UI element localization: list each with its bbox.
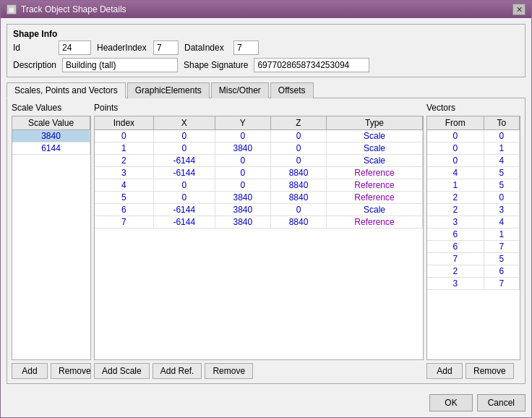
title-bar-left: ▦ Track Object Shape Details xyxy=(7,4,126,14)
header-index-label: HeaderIndex xyxy=(97,43,147,53)
points-table: IndexXYZType 0000Scale1038400Scale2-6144… xyxy=(95,116,423,229)
vectors-table: FromTo 00010445152023346167752637 xyxy=(427,116,520,290)
tab-misc-other[interactable]: Misc/Other xyxy=(211,82,269,98)
table-row[interactable]: 00 xyxy=(427,130,520,142)
points-table-container: IndexXYZType 0000Scale1038400Scale2-6144… xyxy=(94,116,424,360)
info-row-1: Id HeaderIndex DataIndex xyxy=(13,40,519,55)
table-row[interactable]: 04 xyxy=(427,155,520,167)
table-row[interactable]: 7-614438408840Reference xyxy=(95,216,423,229)
shape-sig-label: Shape Signature xyxy=(184,60,248,70)
scale-remove-button[interactable]: Remove xyxy=(51,363,91,379)
points-panel: Points IndexXYZType 0000Scale1038400Scal… xyxy=(94,103,424,379)
points-col-header: X xyxy=(153,116,215,130)
vectors-panel: Vectors FromTo 0001044515202334616775263… xyxy=(426,103,520,379)
title-bar: ▦ Track Object Shape Details ✕ xyxy=(1,1,531,18)
data-index-label: DataIndex xyxy=(184,43,228,53)
scale-value-header: Scale Value xyxy=(12,116,90,130)
vectors-col-header: To xyxy=(484,116,519,130)
scale-table: Scale Value 38406144 xyxy=(12,116,90,155)
add-scale-button[interactable]: Add Scale xyxy=(94,363,150,379)
table-row[interactable]: 6144 xyxy=(12,142,90,155)
id-input[interactable] xyxy=(59,40,91,55)
data-index-input[interactable] xyxy=(233,40,259,55)
table-row[interactable]: 75 xyxy=(427,253,520,265)
vectors-col-header: From xyxy=(427,116,484,130)
points-col-header: Z xyxy=(270,116,326,130)
window-icon: ▦ xyxy=(7,4,17,14)
info-row-2: Description Shape Signature xyxy=(13,58,519,72)
table-row[interactable]: 0000Scale xyxy=(95,130,423,142)
table-row[interactable]: 6-614438400Scale xyxy=(95,204,423,216)
vectors-remove-button[interactable]: Remove xyxy=(466,363,514,379)
table-row[interactable]: 37 xyxy=(427,278,520,290)
table-row[interactable]: 20 xyxy=(427,192,520,204)
shape-info-section: Shape Info Id HeaderIndex DataIndex Desc… xyxy=(7,24,525,77)
table-row[interactable]: 67 xyxy=(427,241,520,253)
description-label: Description xyxy=(13,60,56,70)
points-col-header: Type xyxy=(327,116,423,130)
vectors-add-button[interactable]: Add xyxy=(426,363,463,379)
points-col-header: Index xyxy=(95,116,153,130)
window-title: Track Object Shape Details xyxy=(21,4,126,14)
vectors-buttons: Add Remove xyxy=(426,363,520,379)
table-row[interactable]: 3840 xyxy=(12,130,90,142)
scale-buttons: Add Remove xyxy=(12,363,91,379)
table-row[interactable]: 5038408840Reference xyxy=(95,192,423,204)
points-label: Points xyxy=(94,103,424,113)
scale-values-label: Scale Values xyxy=(12,103,91,113)
scale-table-container: Scale Value 38406144 xyxy=(12,116,91,360)
bottom-bar: OK Cancel xyxy=(1,390,531,417)
points-buttons: Add Scale Add Ref. Remove xyxy=(94,363,424,379)
vectors-table-container: FromTo 00010445152023346167752637 xyxy=(426,116,520,360)
header-index-input[interactable] xyxy=(153,40,179,55)
table-row[interactable]: 15 xyxy=(427,179,520,192)
ok-button[interactable]: OK xyxy=(429,394,472,411)
tab-bar: Scales, Points and Vectors GraphicElemen… xyxy=(7,82,525,98)
table-row[interactable]: 1038400Scale xyxy=(95,142,423,155)
vectors-label: Vectors xyxy=(426,103,520,113)
table-row[interactable]: 4008840Reference xyxy=(95,179,423,192)
scale-add-button[interactable]: Add xyxy=(12,363,48,379)
content-area: Shape Info Id HeaderIndex DataIndex Desc… xyxy=(1,18,531,390)
tab-scales-points-vectors[interactable]: Scales, Points and Vectors xyxy=(7,82,126,98)
table-row[interactable]: 3-614408840Reference xyxy=(95,167,423,179)
main-window: ▦ Track Object Shape Details ✕ Shape Inf… xyxy=(0,0,532,418)
tab-offsets[interactable]: Offsets xyxy=(270,82,314,98)
table-row[interactable]: 34 xyxy=(427,216,520,229)
table-row[interactable]: 45 xyxy=(427,167,520,179)
id-label: Id xyxy=(13,43,53,53)
description-input[interactable] xyxy=(62,58,178,72)
table-row[interactable]: 2-614400Scale xyxy=(95,155,423,167)
shape-info-label: Shape Info xyxy=(13,29,519,39)
scale-values-panel: Scale Values Scale Value 38406144 xyxy=(12,103,91,379)
close-button[interactable]: ✕ xyxy=(512,4,525,15)
add-ref-button[interactable]: Add Ref. xyxy=(153,363,202,379)
tabs-section: Scales, Points and Vectors GraphicElemen… xyxy=(7,82,525,384)
shape-sig-input[interactable] xyxy=(254,58,369,72)
cancel-button[interactable]: Cancel xyxy=(477,394,525,411)
table-row[interactable]: 61 xyxy=(427,229,520,241)
points-remove-button[interactable]: Remove xyxy=(205,363,253,379)
table-row[interactable]: 26 xyxy=(427,265,520,278)
table-row[interactable]: 23 xyxy=(427,204,520,216)
tab-content: Scale Values Scale Value 38406144 xyxy=(7,98,525,384)
tab-graphic-elements[interactable]: GraphicElements xyxy=(127,82,210,98)
table-row[interactable]: 01 xyxy=(427,142,520,155)
points-col-header: Y xyxy=(215,116,270,130)
